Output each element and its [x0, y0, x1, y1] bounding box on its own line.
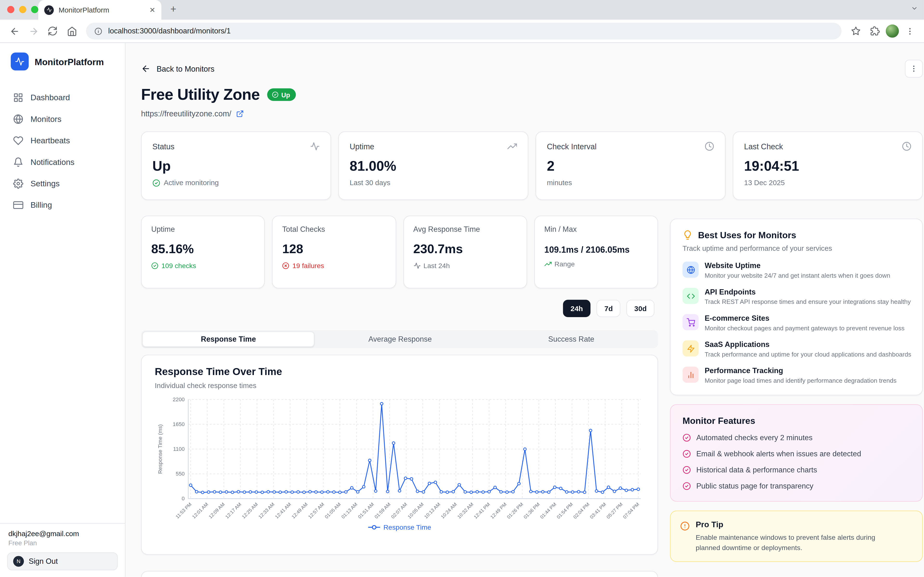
- activity-icon: [310, 142, 320, 151]
- svg-text:01:51 AM: 01:51 AM: [357, 501, 375, 519]
- svg-text:11:53 PM: 11:53 PM: [175, 501, 193, 519]
- svg-text:2200: 2200: [173, 396, 185, 403]
- monitor-features-card: Monitor Features Automated checks every …: [670, 405, 923, 502]
- use-item-api-endpoints: API Endpoints Track REST API response ti…: [682, 288, 910, 305]
- sidebar-item-settings[interactable]: Settings: [6, 173, 119, 193]
- sign-out-button[interactable]: N Sign Out: [7, 553, 118, 571]
- use-item-performance: Performance Tracking Monitor page load t…: [682, 367, 910, 384]
- svg-text:10:05 AM: 10:05 AM: [407, 501, 425, 519]
- sidebar-item-label: Notifications: [31, 157, 74, 166]
- check-circle-icon: [151, 262, 158, 269]
- svg-text:0: 0: [182, 495, 184, 501]
- status-badge: Up: [267, 89, 296, 101]
- close-window-button[interactable]: [7, 6, 15, 13]
- browser-tab[interactable]: MonitorPlatform ✕: [38, 0, 162, 20]
- external-link-icon[interactable]: [236, 110, 244, 118]
- new-tab-button[interactable]: +: [166, 2, 181, 17]
- svg-text:02:04 PM: 02:04 PM: [572, 501, 591, 520]
- avg-response-card: Avg Response Time 230.7ms Last 24h: [403, 216, 527, 288]
- chart-legend: Response Time: [155, 524, 644, 531]
- min-max-card: Min / Max 109.1ms / 2106.05ms Range: [534, 216, 658, 288]
- svg-text:12:01 AM: 12:01 AM: [191, 501, 209, 519]
- tab-response-time[interactable]: Response Time: [142, 332, 315, 347]
- svg-text:12:25 AM: 12:25 AM: [241, 501, 259, 519]
- browser-profile-avatar[interactable]: [886, 24, 899, 38]
- globe-icon: [13, 114, 23, 124]
- sidebar-item-dashboard[interactable]: Dashboard: [6, 87, 119, 108]
- url-bar[interactable]: localhost:3000/dashboard/monitors/1: [86, 23, 842, 39]
- sidebar-item-billing[interactable]: Billing: [6, 195, 119, 215]
- total-checks-card: Total Checks 128 19 failures: [272, 216, 396, 288]
- status-card: Status Up Active monitoring: [141, 131, 331, 200]
- tab-search-chevron-icon[interactable]: [911, 5, 918, 12]
- svg-text:01:44 PM: 01:44 PM: [539, 501, 557, 520]
- svg-text:01:05 AM: 01:05 AM: [324, 501, 342, 519]
- browser-window: MonitorPlatform ✕ + localhost:3000/dashb…: [0, 0, 924, 577]
- back-icon[interactable]: [6, 23, 23, 39]
- use-item-website-uptime: Website Uptime Monitor your website 24/7…: [682, 261, 910, 279]
- svg-text:07:04 PM: 07:04 PM: [622, 501, 640, 520]
- range-24h-button[interactable]: 24h: [563, 300, 591, 317]
- svg-text:12:49 PM: 12:49 PM: [489, 501, 508, 520]
- chart-subtitle: Individual check response times: [155, 382, 644, 390]
- bar-chart-icon: [682, 367, 698, 383]
- range-30d-button[interactable]: 30d: [627, 300, 654, 317]
- svg-text:12:17 AM: 12:17 AM: [224, 501, 242, 519]
- window-controls: [7, 6, 38, 13]
- uptime-card: Uptime 81.00% Last 30 days: [338, 131, 528, 200]
- arrow-left-icon: [141, 64, 151, 74]
- monitor-actions-kebab-button[interactable]: [905, 60, 923, 77]
- tab-strip: MonitorPlatform ✕ +: [0, 0, 924, 20]
- check-circle-icon: [152, 179, 160, 187]
- site-favicon: [44, 5, 54, 15]
- svg-text:03:41 PM: 03:41 PM: [589, 501, 607, 520]
- svg-text:02:07 AM: 02:07 AM: [390, 501, 408, 519]
- time-range-selector: 24h 7d 30d: [141, 300, 658, 317]
- svg-text:12:41 AM: 12:41 AM: [274, 501, 292, 519]
- sidebar-item-label: Heartbeats: [31, 136, 70, 145]
- tab-success-rate[interactable]: Success Rate: [486, 332, 657, 347]
- maximize-window-button[interactable]: [31, 6, 38, 13]
- forward-icon[interactable]: [25, 23, 42, 39]
- svg-text:01:26 PM: 01:26 PM: [506, 501, 524, 520]
- shopping-cart-icon: [682, 314, 698, 330]
- sidebar-item-notifications[interactable]: Notifications: [6, 152, 119, 172]
- clock-icon: [704, 142, 714, 151]
- svg-text:10:24 AM: 10:24 AM: [440, 501, 458, 519]
- browser-menu-kebab-icon[interactable]: [901, 23, 918, 39]
- svg-text:10:32 AM: 10:32 AM: [457, 501, 475, 519]
- svg-text:12:09 AM: 12:09 AM: [208, 501, 226, 519]
- tab-average-response[interactable]: Average Response: [315, 332, 486, 347]
- extensions-puzzle-icon[interactable]: [867, 23, 884, 39]
- lightbulb-icon: [682, 230, 693, 240]
- bookmark-star-icon[interactable]: [848, 23, 864, 39]
- svg-text:05:27 PM: 05:27 PM: [606, 501, 624, 520]
- reload-icon[interactable]: [44, 23, 61, 39]
- app-brand: MonitorPlatform: [0, 43, 125, 79]
- check-circle-icon: [682, 466, 691, 474]
- response-time-chart: 055011001650220011:53 PM12:01 AM12:09 AM…: [155, 395, 645, 524]
- zap-icon: [682, 340, 698, 356]
- alert-circle-icon: [680, 521, 690, 531]
- minimize-window-button[interactable]: [19, 6, 26, 13]
- svg-text:12:57 AM: 12:57 AM: [307, 501, 325, 519]
- gear-icon: [13, 178, 23, 188]
- sidebar-item-monitors[interactable]: Monitors: [6, 109, 119, 129]
- tab-close-icon[interactable]: ✕: [148, 5, 157, 15]
- feature-item: Public status page for transparency: [682, 482, 910, 490]
- back-to-monitors-link[interactable]: Back to Monitors: [141, 64, 215, 74]
- site-info-icon[interactable]: [94, 27, 102, 35]
- range-7d-button[interactable]: 7d: [597, 300, 620, 317]
- x-circle-icon: [282, 262, 289, 269]
- app-logo-icon: [11, 53, 29, 71]
- svg-text:01:54 PM: 01:54 PM: [556, 501, 574, 520]
- clock-icon: [902, 142, 911, 151]
- svg-text:12:49 AM: 12:49 AM: [291, 501, 309, 519]
- sidebar-item-heartbeats[interactable]: Heartbeats: [6, 130, 119, 150]
- browser-toolbar: localhost:3000/dashboard/monitors/1: [0, 20, 924, 43]
- home-icon[interactable]: [63, 23, 80, 39]
- sidebar-item-label: Monitors: [31, 114, 61, 123]
- check-circle-icon: [682, 482, 691, 490]
- use-item-saas: SaaS Applications Track performance and …: [682, 340, 910, 358]
- legend-line-icon: [368, 524, 380, 530]
